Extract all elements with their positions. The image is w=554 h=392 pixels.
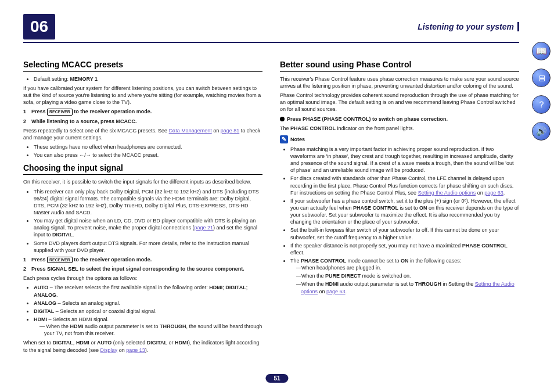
header-rule [23,42,519,43]
opt-analog: ANALOG – Selects an analog signal. [34,300,262,307]
note-6-sub3: When the HDMI audio output parameter is … [290,280,519,294]
mcacc-repeat: Press repeatedly to select one of the si… [23,127,262,141]
link-page-13[interactable]: page 13 [126,347,145,353]
note-5: If the speaker distance is not properly … [290,242,519,256]
link-page-63a[interactable]: page 63 [484,190,503,196]
nav-faq-icon[interactable]: ？ [532,95,551,114]
note-1: Phase matching is a very important facto… [290,146,519,174]
note-6: The PHASE CONTROL mode cannot be set to … [290,257,519,295]
nav-units-icon[interactable]: 🔊 [532,122,551,141]
mcacc-step1: 1 Press RECEIVER to the receiver operati… [23,108,262,115]
nav-screen-icon[interactable]: 🖥 [532,69,551,87]
receiver-key-icon: RECEIVER [47,109,73,115]
hdmi-through-note: When the HDMI audio output parameter is … [34,323,262,337]
opt-hdmi: HDMI – Selects an HDMI signal. When the … [34,316,262,337]
note-6-sub2: When the PURE DIRECT mode is switched on… [290,272,519,279]
left-column: Selecting MCACC presets Default setting:… [23,56,262,356]
phase-indicator-note: The PHASE CONTROL indicator on the front… [280,125,519,132]
heading-mcacc: Selecting MCACC presets [23,59,262,72]
heading-phase-control: Better sound using Phase Control [280,59,519,72]
phase-p2: Phase Control technology provides cohere… [280,92,519,113]
input-step2: 2 Press SIGNAL SEL to select the input s… [23,265,262,272]
chapter-badge: 06 [23,14,55,39]
mcacc-note-arrows: You can also press ←/→ to select the MCA… [34,152,262,159]
opt-auto: AUTO – The receiver selects the first av… [34,284,262,298]
right-column: Better sound using Phase Control This re… [280,56,519,356]
phase-p1: This receiver's Phase Control feature us… [280,75,519,89]
note-6-sub1: When headphones are plugged in. [290,264,519,271]
page-number: 51 [265,374,288,383]
link-data-management[interactable]: Data Management [169,128,212,134]
nav-book-icon[interactable]: 📖 [532,42,551,60]
cycles-intro: Each press cycles through the options as… [23,275,262,282]
input-note-noise: You may get digital noise when an LD, CD… [34,217,262,238]
input-note-dvd: Some DVD players don't output DTS signal… [34,240,262,254]
link-audio-options-1[interactable]: Setting the Audio options [418,190,476,196]
section-title: Listening to your system [418,22,519,31]
link-page-21[interactable]: page 21 [195,225,214,231]
input-intro: On this receiver, it is possible to swit… [23,178,262,185]
link-page-81[interactable]: page 81 [221,128,240,134]
bullet-icon [280,117,285,121]
mcacc-step2: 2 While listening to a source, press MCA… [23,118,262,125]
default-setting: Default setting: MEMORY 1 [34,75,262,82]
input-note-formats: This receiver can only play back Dolby D… [34,188,262,217]
sidebar-nav: 📖 🖥 ？ 🔊 [532,42,551,141]
input-step1: 1 Press RECEIVER to the receiver operati… [23,256,262,263]
note-4: Set the built-in lowpass filter switch o… [290,226,519,240]
input-indicators: When set to DIGITAL, HDMI or AUTO (only … [23,339,262,353]
note-3: If your subwoofer has a phase control sw… [290,197,519,226]
notes-label: Notes [290,136,305,143]
note-icon: ✎ [280,135,288,143]
link-page-63b[interactable]: page 63 [326,289,346,294]
phase-action: Press PHASE (PHASE CONTROL) to switch on… [280,116,519,123]
mcacc-intro: If you have calibrated your system for d… [23,85,262,106]
heading-input-signal: Choosing the input signal [23,163,262,175]
link-display[interactable]: Display [100,347,118,353]
receiver-key-icon: RECEIVER [47,257,73,263]
opt-digital: DIGITAL – Selects an optical or coaxial … [34,308,262,315]
mcacc-note-headphones: These settings have no effect when headp… [34,143,262,150]
note-2: For discs created with standards other t… [290,175,519,196]
